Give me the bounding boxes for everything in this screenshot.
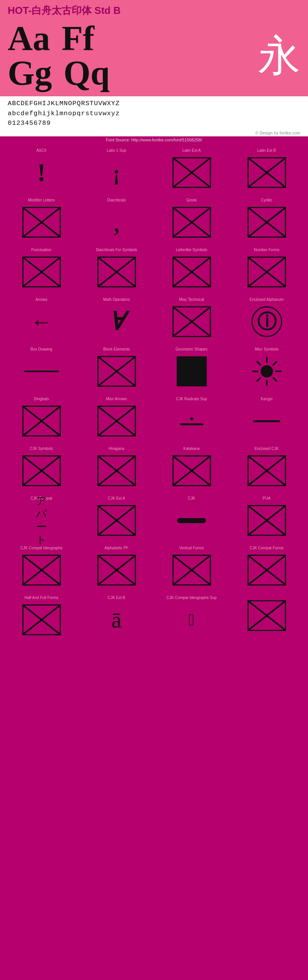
glyph-cell: Katakana xyxy=(154,443,229,493)
glyph-label: Diacriticals For Symbols xyxy=(96,248,137,252)
glyph-cell: Hiragana xyxy=(79,443,154,493)
glyph-cell: Kangxi xyxy=(229,394,304,443)
glyph-content xyxy=(244,254,290,290)
glyph-content: ā xyxy=(94,602,140,638)
glyph-content xyxy=(244,154,290,191)
svg-line-6 xyxy=(273,378,276,381)
glyph-content xyxy=(244,552,290,589)
glyph-content xyxy=(169,154,215,191)
glyph-cell: Latin Ext B xyxy=(229,145,304,195)
glyph-cell: Alphabetic PF xyxy=(79,543,154,592)
glyph-label: Letterlike Symbols xyxy=(176,248,208,252)
big-letters-row: Aa Ff Gg Qq 永 xyxy=(8,21,300,91)
glyph-label: Kangxi xyxy=(261,397,273,401)
glyph-cell: CJK Radicals Sup xyxy=(154,394,229,443)
glyph-label: Enclosed CJK xyxy=(254,446,279,451)
glyph-cell xyxy=(229,592,304,642)
glyph-label: Enclosed Alphanum xyxy=(249,297,283,302)
glyph-label: CJK Compat Forms xyxy=(250,546,284,550)
glyph-content xyxy=(18,254,65,290)
source-line: Font Source: http://www.fontke.com/font/… xyxy=(0,136,308,143)
glyph-cell: Misc Technical xyxy=(154,294,229,344)
glyph-cell: Cyrillic xyxy=(229,195,304,245)
glyph-label: Hiragana xyxy=(109,446,124,451)
glyph-cell: CJK Ext A xyxy=(79,493,154,543)
big-letter-gg: Gg xyxy=(8,56,52,91)
svg-line-8 xyxy=(257,378,260,381)
glyph-content xyxy=(169,254,215,290)
glyph-content xyxy=(244,204,290,241)
glyph-cell: PUA xyxy=(229,493,304,543)
glyph-content: ! xyxy=(18,154,65,191)
glyph-cell: Modifier Letters xyxy=(4,195,79,245)
glyph-content: ⓘ xyxy=(244,304,290,340)
glyph-label: CJK Ext B xyxy=(108,596,126,600)
digits: 0123456789 xyxy=(8,118,300,128)
glyph-content: ← xyxy=(18,304,65,340)
glyph-label: Geometric Shapes xyxy=(176,347,208,351)
glyph-cell: Latin 1 Sup¡ xyxy=(79,145,154,195)
glyph-label: Latin Ext B xyxy=(257,148,276,153)
glyph-label: Half And Full Forms xyxy=(25,596,59,600)
glyph-content xyxy=(18,353,65,390)
glyph-content xyxy=(244,403,290,440)
glyph-cell: CJK Compat Ideographs xyxy=(4,543,79,592)
glyphs-grid: ASCII!Latin 1 Sup¡Latin Ext ALatin Ext B… xyxy=(0,143,308,644)
glyph-content xyxy=(244,597,290,634)
glyph-content xyxy=(169,403,215,440)
glyph-content xyxy=(169,502,215,539)
glyph-label: Latin 1 Sup xyxy=(107,148,126,153)
glyph-cell: Arrows← xyxy=(4,294,79,344)
big-letter-aa: Aa xyxy=(8,21,50,56)
glyph-label: Greek xyxy=(186,198,197,202)
glyph-label: Dingbats xyxy=(34,397,49,401)
glyph-label: Misc Arrows xyxy=(106,397,127,401)
glyph-label: Arrows xyxy=(35,297,47,302)
glyph-content xyxy=(18,453,65,489)
glyph-content xyxy=(94,353,140,390)
glyph-cell: Letterlike Symbols xyxy=(154,245,229,294)
glyph-label: Block Elements xyxy=(103,347,130,351)
glyph-label: Cyrillic xyxy=(261,198,272,202)
glyph-cell: Number Forms xyxy=(229,245,304,294)
glyph-label: CJK Symbols xyxy=(30,446,53,451)
alphabet-section: ABCDEFGHIJKLMNOPQRSTUVWXYZ abcdefghijklm… xyxy=(0,96,308,131)
glyph-cell: Math Operators∀ xyxy=(79,294,154,344)
svg-line-7 xyxy=(273,362,276,365)
header-section: HOT-白舟太古印体 Std B Aa Ff Gg Qq 永 xyxy=(0,0,308,96)
glyph-label: Math Operators xyxy=(103,297,130,302)
glyph-label: CJK Compat Ideographs xyxy=(20,546,63,550)
glyph-cell: CJK Compatアパート xyxy=(4,493,79,543)
glyph-label: Alphabetic PF xyxy=(104,546,128,550)
glyph-label: Katakana xyxy=(183,446,199,451)
svg-point-0 xyxy=(261,365,273,378)
copyright: © Design by fontke.com xyxy=(0,131,308,136)
glyph-content xyxy=(244,353,290,390)
glyph-content xyxy=(94,502,140,539)
glyph-cell: Diacriticals‚ xyxy=(79,195,154,245)
glyph-content xyxy=(244,502,290,539)
glyph-label: Box Drawing xyxy=(30,347,52,351)
glyph-label: PUA xyxy=(263,496,271,500)
glyph-cell: Misc Arrows xyxy=(79,394,154,443)
glyph-label: Number Forms xyxy=(254,248,280,252)
glyph-content xyxy=(18,403,65,440)
glyph-label: CJK xyxy=(188,496,195,500)
svg-line-5 xyxy=(257,362,260,365)
glyph-content xyxy=(169,304,215,340)
alphabet-lower: abcdefghijklmnopqrstuvwxyz xyxy=(8,109,300,119)
big-letter-qq: Qq xyxy=(64,56,110,91)
glyph-cell: Greek xyxy=(154,195,229,245)
glyph-content xyxy=(169,353,215,390)
glyph-cell: Punctuation xyxy=(4,245,79,294)
glyph-label: ASCII xyxy=(36,148,46,153)
glyph-cell: Diacriticals For Symbols xyxy=(79,245,154,294)
glyph-content xyxy=(244,453,290,489)
glyph-cell: Block Elements xyxy=(79,344,154,394)
glyph-label: CJK Ext A xyxy=(108,496,125,500)
glyph-cell: Vertical Forms xyxy=(154,543,229,592)
glyph-label: CJK Radicals Sup xyxy=(176,397,207,401)
glyph-cell: CJK Compat Forms xyxy=(229,543,304,592)
glyph-cell: ASCII! xyxy=(4,145,79,195)
glyph-label: Latin Ext A xyxy=(182,148,201,153)
